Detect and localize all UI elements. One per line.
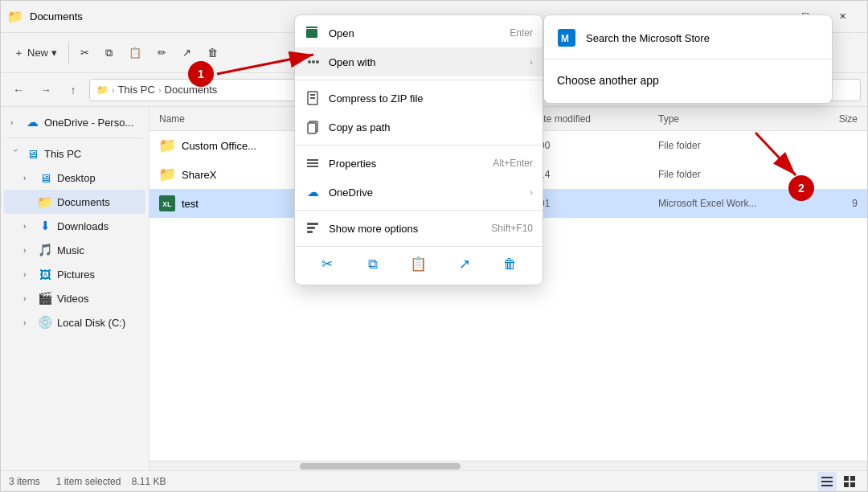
music-icon: 🎵 xyxy=(38,243,52,257)
paste-button[interactable]: 📋 xyxy=(122,39,148,68)
chevron-icon: › xyxy=(23,174,33,182)
rename-button[interactable]: ✏ xyxy=(151,39,173,68)
ctx-separator xyxy=(295,145,542,146)
ctx-open-label: Open xyxy=(329,27,502,39)
list-view-button[interactable] xyxy=(817,472,837,491)
ctx-properties-shortcut: Alt+Enter xyxy=(493,158,533,169)
videos-label: Videos xyxy=(57,293,89,305)
chevron-icon: › xyxy=(23,318,33,327)
col-header-type[interactable]: Type xyxy=(658,113,787,125)
sidebar-item-documents[interactable]: 📁 Documents xyxy=(4,190,145,214)
ctx-compress[interactable]: Compress to ZIP file xyxy=(295,84,542,113)
titlebar-icon: 📁 xyxy=(7,9,23,24)
svg-rect-22 xyxy=(307,223,318,225)
chevron-down-icon: › xyxy=(11,149,20,158)
items-count: 3 items xyxy=(9,476,40,487)
onedrive-ctx-icon: ☁ xyxy=(305,185,321,199)
sidebar-item-videos[interactable]: › 🎬 Videos xyxy=(4,286,145,310)
store-icon: M xyxy=(557,28,576,47)
sidebar-item-pictures[interactable]: › 🖼 Pictures xyxy=(4,262,145,286)
chevron-icon: › xyxy=(23,246,33,255)
delete-button[interactable]: 🗑 xyxy=(201,39,224,68)
thispc-label: This PC xyxy=(44,148,81,160)
ctx-openwith[interactable]: Open with › xyxy=(295,47,542,76)
svg-rect-3 xyxy=(821,481,833,482)
videos-icon: 🎬 xyxy=(38,291,52,305)
file-date: 2:00 xyxy=(531,140,652,151)
svg-rect-16 xyxy=(310,97,315,99)
ctx-properties-label: Properties xyxy=(329,158,485,170)
path-label-documents: Documents xyxy=(165,84,218,96)
horizontal-scrollbar[interactable] xyxy=(149,461,867,470)
col-header-size[interactable]: Size xyxy=(793,113,858,125)
up-button[interactable]: ↑ xyxy=(62,79,84,101)
back-button[interactable]: ← xyxy=(7,79,30,101)
svg-text:XL: XL xyxy=(162,200,172,208)
ctx-delete-button[interactable]: 🗑 xyxy=(496,250,525,279)
onedrive-label: OneDrive - Perso... xyxy=(44,117,133,129)
svg-rect-4 xyxy=(821,485,833,486)
ctx-open[interactable]: Open Enter xyxy=(295,18,542,47)
ctx-compress-label: Compress to ZIP file xyxy=(329,92,533,105)
desktop-label: Desktop xyxy=(57,172,96,184)
disk-icon: 💿 xyxy=(38,315,52,330)
rename-icon: ✏ xyxy=(158,47,166,59)
ctx-showmore[interactable]: Show more options Shift+F10 xyxy=(295,214,542,243)
sidebar-item-music[interactable]: › 🎵 Music xyxy=(4,238,145,262)
compress-icon xyxy=(305,91,321,105)
svg-point-11 xyxy=(308,60,311,64)
cut-button[interactable]: ✂ xyxy=(74,39,96,68)
showmore-icon xyxy=(305,221,321,236)
toolbar-separator xyxy=(68,42,69,64)
svg-rect-10 xyxy=(306,29,317,38)
forward-button[interactable]: → xyxy=(35,79,57,101)
file-date: 0:14 xyxy=(531,169,652,180)
sidebar-item-thispc[interactable]: › 🖥 This PC xyxy=(4,141,145,166)
copy-icon: ⧉ xyxy=(105,47,113,59)
excel-icon: XL xyxy=(159,195,175,211)
chevron-icon: › xyxy=(23,270,33,279)
downloads-label: Downloads xyxy=(57,220,108,232)
ctx-paste-button[interactable]: 📋 xyxy=(404,250,433,279)
scissors-icon: ✂ xyxy=(80,47,89,59)
openwith-icon xyxy=(305,55,321,69)
paste-icon: 📋 xyxy=(129,47,141,59)
svg-point-13 xyxy=(316,60,319,64)
ctx-separator xyxy=(295,80,542,80)
svg-point-12 xyxy=(312,60,315,64)
new-button[interactable]: ＋ New ▾ xyxy=(7,39,63,68)
share-button[interactable]: ↗ xyxy=(176,39,198,68)
ctx-cut-button[interactable]: ✂ xyxy=(313,250,342,279)
folder-icon: 📁 xyxy=(159,137,175,154)
submenu-store[interactable]: M Search the Microsoft Store xyxy=(544,20,832,55)
sidebar-item-onedrive[interactable]: › ☁ OneDrive - Perso... xyxy=(4,110,145,134)
ctx-copypath[interactable]: Copy as path xyxy=(295,113,542,141)
svg-rect-21 xyxy=(307,166,318,167)
path-separator-1: › xyxy=(112,85,115,95)
submenu-choose[interactable]: Choose another app xyxy=(544,63,832,98)
svg-rect-6 xyxy=(850,476,855,481)
scrollbar-thumb[interactable] xyxy=(300,463,461,469)
ctx-onedrive[interactable]: ☁ OneDrive › xyxy=(295,178,542,207)
file-size: 9 xyxy=(793,198,858,209)
onedrive-icon: ☁ xyxy=(25,115,39,129)
context-menu: Open Enter Open with › Compress to ZIP f… xyxy=(294,14,543,285)
sidebar-item-localdisk[interactable]: › 💿 Local Disk (C:) xyxy=(4,310,145,334)
titlebar-title: Documents xyxy=(30,10,83,23)
col-header-date[interactable]: Date modified xyxy=(531,113,652,125)
ctx-properties[interactable]: Properties Alt+Enter xyxy=(295,149,542,178)
sidebar-item-downloads[interactable]: › ⬇ Downloads xyxy=(4,214,145,238)
delete-icon: 🗑 xyxy=(207,47,218,59)
copy-button[interactable]: ⧉ xyxy=(99,39,119,68)
open-icon xyxy=(305,26,321,40)
copypath-icon xyxy=(305,120,321,134)
ctx-share-button[interactable]: ↗ xyxy=(450,250,479,279)
sidebar-item-desktop[interactable]: › 🖥 Desktop xyxy=(4,166,145,190)
sidebar: › ☁ OneDrive - Perso... › 🖥 This PC › 🖥 … xyxy=(1,107,149,470)
ctx-copy-button[interactable]: ⧉ xyxy=(358,250,387,279)
folder-icon: 📁 xyxy=(159,166,175,182)
detail-view-button[interactable] xyxy=(840,472,859,491)
documents-label: Documents xyxy=(57,196,110,208)
svg-rect-19 xyxy=(307,159,318,161)
documents-icon: 📁 xyxy=(38,195,52,209)
